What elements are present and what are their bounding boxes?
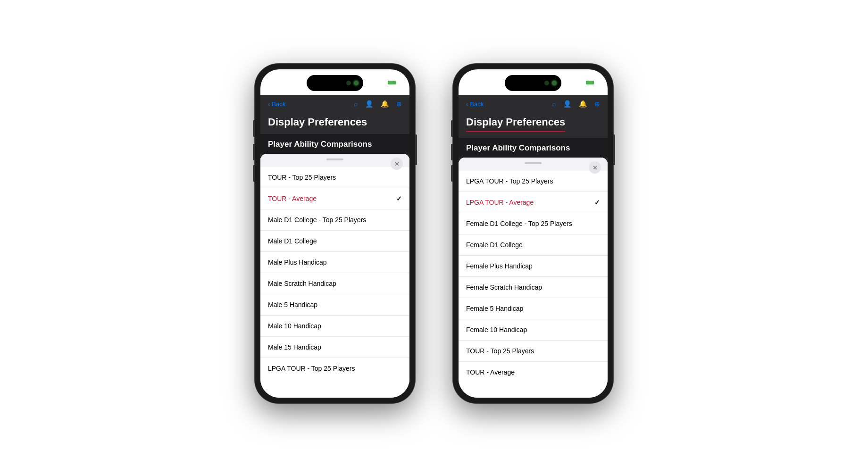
list-item-4[interactable]: Male D1 College: [260, 231, 409, 252]
list-item-label-5: Male Plus Handicap: [268, 259, 327, 266]
status-time: 10:19: [470, 78, 488, 86]
battery-container: 86: [380, 80, 398, 85]
section-header: Player Ability Comparisons: [459, 138, 608, 158]
screen-content: ‹ Back ⌕ 👤 🔔 ⊕ Display Preferences: [459, 95, 608, 398]
person-icon[interactable]: 👤: [365, 100, 373, 108]
phone-right: 10:19 ⌘ 84: [453, 64, 613, 403]
bell-icon[interactable]: 🔔: [579, 100, 587, 108]
checkmark-icon-2: ✓: [594, 199, 600, 206]
back-chevron-icon: ‹: [268, 100, 270, 108]
section-header: Player Ability Comparisons: [260, 134, 409, 154]
list-item-8[interactable]: Female 10 Handicap: [459, 319, 608, 341]
back-label: Back: [470, 100, 484, 108]
dynamic-island: [307, 75, 363, 91]
bottom-sheet: ✕ LPGA TOUR - Top 25 Players LPGA TOU: [459, 158, 608, 398]
nav-bar: ‹ Back ⌕ 👤 🔔 ⊕: [260, 95, 409, 112]
signal-bar-3: [365, 82, 367, 85]
list-item-label-2: LPGA TOUR - Average: [466, 199, 534, 206]
list-item-9[interactable]: Male 15 Handicap: [260, 337, 409, 358]
back-label: Back: [272, 100, 285, 108]
battery-box: [585, 80, 596, 85]
section-title: Player Ability Comparisons: [466, 143, 570, 152]
sheet-handle-area: [260, 154, 409, 164]
list-item-label-10: TOUR - Average: [466, 368, 515, 376]
list-item-8[interactable]: Male 10 Handicap: [260, 316, 409, 337]
add-icon[interactable]: ⊕: [396, 100, 402, 108]
list-item-label-8: Male 10 Handicap: [268, 322, 321, 330]
back-chevron-icon: ‹: [466, 100, 468, 108]
list-item-label-10: LPGA TOUR - Top 25 Players: [268, 365, 355, 372]
screen-content: ‹ Back ⌕ 👤 🔔 ⊕ Display Preferences: [260, 95, 409, 398]
list-item-10[interactable]: TOUR - Average: [459, 362, 608, 383]
battery-text: 86: [380, 80, 386, 85]
list-item-label-9: TOUR - Top 25 Players: [466, 347, 534, 355]
island-dot-green: [552, 81, 557, 85]
island-dot-green: [354, 81, 359, 85]
list-item-label-6: Female Scratch Handicap: [466, 284, 542, 291]
list-item-2[interactable]: LPGA TOUR - Average ✓: [459, 192, 608, 213]
list-item-5[interactable]: Male Plus Handicap: [260, 252, 409, 273]
nav-back-button[interactable]: ‹ Back: [466, 100, 484, 108]
close-button[interactable]: ✕: [391, 158, 403, 170]
list-item-2[interactable]: TOUR - Average ✓: [260, 188, 409, 209]
list-item-10[interactable]: LPGA TOUR - Top 25 Players: [260, 358, 409, 379]
search-icon[interactable]: ⌕: [552, 100, 556, 108]
sheet-header: ✕: [260, 154, 409, 167]
nav-icons: ⌕ 👤 🔔 ⊕: [354, 100, 402, 108]
list-item-label-3: Male D1 College - Top 25 Players: [268, 216, 366, 224]
bottom-sheet: ✕ TOUR - Top 25 Players TOUR - Averag: [260, 154, 409, 398]
sheet-header: ✕: [459, 158, 608, 171]
list-item-label-3: Female D1 College - Top 25 Players: [466, 220, 572, 227]
page-title-area: Display Preferences: [260, 112, 409, 134]
signal-bar-3: [563, 82, 565, 85]
list-item-7[interactable]: Male 5 Handicap: [260, 294, 409, 316]
list-item-3[interactable]: Male D1 College - Top 25 Players: [260, 209, 409, 231]
list-item-label-5: Female Plus Handicap: [466, 262, 533, 270]
signal-bar-4: [367, 81, 369, 85]
home-indicator: [311, 386, 359, 388]
add-icon[interactable]: ⊕: [594, 100, 600, 108]
list-item-3[interactable]: Female D1 College - Top 25 Players: [459, 213, 608, 234]
nav-bar: ‹ Back ⌕ 👤 🔔 ⊕: [459, 95, 608, 112]
list-item-6[interactable]: Female Scratch Handicap: [459, 277, 608, 298]
list-item-4[interactable]: Female D1 College: [459, 234, 608, 256]
checkmark-icon-2: ✓: [396, 195, 402, 202]
page-title-area: Display Preferences: [459, 112, 608, 138]
list-item-9[interactable]: TOUR - Top 25 Players: [459, 341, 608, 362]
list-item-label-6: Male Scratch Handicap: [268, 280, 336, 287]
search-icon[interactable]: ⌕: [354, 100, 358, 108]
list-item-1[interactable]: TOUR - Top 25 Players: [260, 167, 409, 188]
phone-screen: 10:19 ⌘ 84: [459, 69, 608, 398]
status-time: 10:09: [272, 78, 290, 86]
nav-back-button[interactable]: ‹ Back: [268, 100, 285, 108]
section-title: Player Ability Comparisons: [268, 140, 372, 149]
sheet-handle: [326, 158, 343, 160]
battery-fill: [388, 81, 396, 84]
list-container: LPGA TOUR - Top 25 Players LPGA TOUR - A…: [459, 171, 608, 398]
bell-icon[interactable]: 🔔: [381, 100, 389, 108]
list-item-label-2: TOUR - Average: [268, 195, 317, 202]
list-container: TOUR - Top 25 Players TOUR - Average ✓: [260, 167, 409, 398]
island-dot: [544, 81, 549, 85]
page-title: Display Preferences: [268, 116, 367, 128]
list-item-5[interactable]: Female Plus Handicap: [459, 256, 608, 277]
list-item-label-7: Female 5 Handicap: [466, 305, 523, 312]
list-item-label-4: Male D1 College: [268, 237, 317, 245]
nav-icons: ⌕ 👤 🔔 ⊕: [552, 100, 600, 108]
list-item-7[interactable]: Female 5 Handicap: [459, 298, 608, 319]
battery-container: 84: [578, 80, 596, 85]
dynamic-island: [505, 75, 561, 91]
home-indicator: [509, 386, 557, 388]
battery-fill: [586, 81, 594, 84]
phone-screen: 10:09 ⌘ 86: [260, 69, 409, 398]
list-item-1[interactable]: LPGA TOUR - Top 25 Players: [459, 171, 608, 192]
close-button[interactable]: ✕: [589, 161, 601, 174]
list-item-6[interactable]: Male Scratch Handicap: [260, 273, 409, 294]
status-right: ⌘ 84: [559, 79, 596, 86]
person-icon[interactable]: 👤: [563, 100, 571, 108]
sheet-handle-area: [459, 158, 608, 168]
status-right: ⌘ 86: [360, 79, 398, 86]
island-dot: [346, 81, 351, 85]
list-item-label-7: Male 5 Handicap: [268, 301, 317, 309]
battery-text: 84: [578, 80, 584, 85]
